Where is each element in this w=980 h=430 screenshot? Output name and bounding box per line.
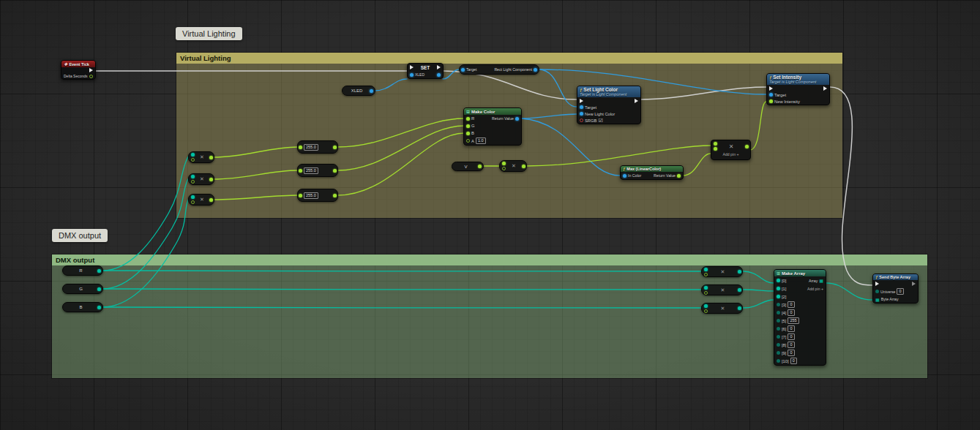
array-element-value[interactable]: 0 xyxy=(788,350,794,356)
multiply-out-pin[interactable] xyxy=(738,288,741,292)
target-in-pin[interactable] xyxy=(461,68,465,72)
a-value-field[interactable]: 1.0 xyxy=(476,137,486,144)
blueprint-canvas[interactable]: Virtual Lighting DMX output Virtual Ligh… xyxy=(0,0,980,430)
return-value-pin[interactable] xyxy=(677,174,681,178)
multiply-in-pin-a[interactable] xyxy=(704,286,708,290)
node-multiply-dmx-r[interactable]: ✕ xyxy=(701,266,743,277)
exec-out-pin[interactable] xyxy=(823,86,827,91)
array-out-icon[interactable]: ▦ xyxy=(819,278,823,283)
node-get-g[interactable]: G xyxy=(62,284,103,294)
byte-array-pin-icon[interactable]: ▦ xyxy=(875,297,880,302)
node-set-light-color[interactable]: ƒ Set Light Color Target is Light Compon… xyxy=(577,86,641,124)
xled-set-out-pin[interactable] xyxy=(437,73,441,77)
target-pin[interactable] xyxy=(769,93,773,97)
array-element-pin[interactable] xyxy=(777,295,780,298)
node-get-r[interactable]: R xyxy=(62,265,103,276)
array-element-pin[interactable] xyxy=(777,287,780,290)
array-element-value[interactable]: 0 xyxy=(788,333,794,340)
exec-in-pin[interactable] xyxy=(769,86,773,91)
divide-value-field[interactable]: 255.0 xyxy=(304,144,318,151)
exec-in-pin[interactable] xyxy=(410,65,414,69)
multiply-in-pin-b[interactable] xyxy=(502,167,506,170)
in-color-pin[interactable] xyxy=(623,174,626,178)
exec-out-pin[interactable] xyxy=(635,99,638,103)
array-element-pin[interactable] xyxy=(777,311,780,314)
array-element-value[interactable]: 0 xyxy=(790,358,797,364)
multiply-out-pin[interactable] xyxy=(522,165,525,168)
universe-value-field[interactable]: 0 xyxy=(897,288,903,295)
divide-in-pin[interactable] xyxy=(299,146,302,149)
node-multiply-v[interactable]: ✕ xyxy=(499,160,527,172)
array-element-pin[interactable] xyxy=(777,327,780,331)
b-in-pin[interactable] xyxy=(466,132,470,135)
multiply-in-pin-b[interactable] xyxy=(704,309,708,313)
exec-in-pin[interactable] xyxy=(580,99,583,103)
exec-out-pin[interactable] xyxy=(89,68,93,72)
divide-in-pin[interactable] xyxy=(299,194,302,197)
multiply-out-pin[interactable] xyxy=(209,198,213,202)
array-element-value[interactable]: 0 xyxy=(788,342,794,348)
node-divide-255-r[interactable]: 255.0 xyxy=(297,140,338,154)
universe-pin[interactable] xyxy=(875,290,879,293)
node-rect-light-component[interactable]: Target Rect Light Component xyxy=(459,64,539,75)
array-element-value[interactable]: 0 xyxy=(788,325,794,332)
node-set-intensity[interactable]: ƒ Set Intensity Target is Light Componen… xyxy=(766,73,830,105)
multiply-in-pin-a[interactable] xyxy=(502,162,506,165)
divide-value-field[interactable]: 255.0 xyxy=(304,167,318,174)
multiply-in-pin-b[interactable] xyxy=(191,180,195,184)
multiply-in-pin-b[interactable] xyxy=(704,273,708,276)
exec-out-pin[interactable] xyxy=(912,282,916,286)
srgb-checkbox[interactable]: ☑ xyxy=(598,118,602,123)
r-output-pin[interactable] xyxy=(97,269,101,273)
array-element-pin[interactable] xyxy=(777,335,780,339)
node-divide-255-b[interactable]: 255.0 xyxy=(297,189,338,202)
array-element-value[interactable]: 255 xyxy=(788,317,798,324)
multiply-in-pin-b[interactable] xyxy=(704,291,708,295)
multiply-out-pin[interactable] xyxy=(745,145,749,148)
multiply-out-pin[interactable] xyxy=(209,178,213,181)
node-multiply-addpin[interactable]: ✕ Add pin + xyxy=(711,140,751,160)
new-intensity-pin[interactable] xyxy=(769,99,773,103)
exec-out-pin[interactable] xyxy=(437,65,441,69)
multiply-in-pin-a[interactable] xyxy=(191,153,195,156)
b-output-pin[interactable] xyxy=(97,306,101,309)
add-pin-button[interactable]: Add pin + xyxy=(711,152,750,156)
g-output-pin[interactable] xyxy=(97,287,101,291)
node-divide-255-g[interactable]: 255.0 xyxy=(297,164,338,177)
divide-out-pin[interactable] xyxy=(333,169,337,173)
node-make-array[interactable]: ⊞ Make Array [0] Array ▦ [1] Add pin + [… xyxy=(774,269,826,366)
array-element-pin[interactable] xyxy=(777,343,780,347)
r-in-pin[interactable] xyxy=(466,117,470,121)
exec-in-pin[interactable] xyxy=(875,282,879,286)
target-pin[interactable] xyxy=(580,105,583,109)
node-send-byte-array[interactable]: ƒ Send Byte Array Universe 0 ▦ Byte Arra… xyxy=(872,274,919,303)
add-pin-button[interactable]: Add pin + xyxy=(807,287,823,291)
array-element-pin[interactable] xyxy=(777,319,780,322)
divide-value-field[interactable]: 255.0 xyxy=(304,192,318,199)
divide-in-pin[interactable] xyxy=(299,169,302,173)
multiply-in-pin-b[interactable] xyxy=(714,147,717,151)
multiply-in-pin-a[interactable] xyxy=(191,195,195,199)
node-get-b[interactable]: B xyxy=(62,302,103,312)
xled-set-in-pin[interactable] xyxy=(410,73,414,77)
xled-output-pin[interactable] xyxy=(370,89,373,93)
return-value-pin[interactable] xyxy=(515,117,519,121)
a-in-pin[interactable] xyxy=(466,139,470,143)
multiply-in-pin-a[interactable] xyxy=(191,175,195,178)
srgb-pin[interactable] xyxy=(580,118,583,122)
multiply-in-pin-a[interactable] xyxy=(704,268,708,271)
multiply-in-pin-b[interactable] xyxy=(191,200,195,204)
node-set-xled[interactable]: SET XLED xyxy=(407,63,444,79)
node-multiply-r[interactable]: ✕ xyxy=(188,151,214,163)
delta-seconds-pin[interactable] xyxy=(89,75,93,78)
array-element-value[interactable]: 0 xyxy=(788,301,794,308)
node-multiply-g[interactable]: ✕ xyxy=(188,173,214,185)
node-multiply-b[interactable]: ✕ xyxy=(188,194,214,205)
node-get-v[interactable]: V xyxy=(452,162,484,171)
g-in-pin[interactable] xyxy=(466,124,470,128)
divide-out-pin[interactable] xyxy=(333,146,337,149)
multiply-in-pin-a[interactable] xyxy=(704,304,708,308)
node-multiply-dmx-b[interactable]: ✕ xyxy=(701,303,743,314)
array-element-pin[interactable] xyxy=(777,303,780,306)
multiply-out-pin[interactable] xyxy=(738,306,741,310)
